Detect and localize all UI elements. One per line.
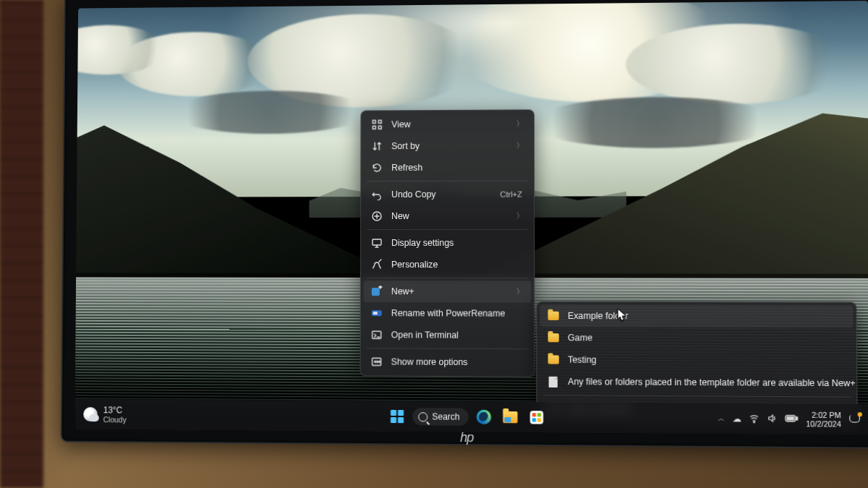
svg-rect-3 (378, 126, 381, 129)
terminal-icon (371, 329, 383, 341)
svg-point-14 (754, 421, 755, 422)
submenu-item-label: Any files or folders placed in the templ… (568, 377, 856, 388)
taskbar-app-explorer[interactable] (499, 406, 521, 429)
folder-icon (547, 332, 558, 343)
menu-separator (543, 395, 851, 398)
system-tray[interactable]: ︿ ☁ (718, 412, 799, 425)
windows-logo-icon (391, 410, 404, 423)
sort-icon (371, 140, 383, 152)
edge-icon (477, 410, 491, 424)
file-icon (548, 376, 559, 388)
clock-date: 10/2/2024 (806, 419, 841, 429)
onedrive-icon[interactable]: ☁ (733, 414, 741, 424)
menu-item-label: New+ (391, 286, 508, 296)
wifi-icon[interactable] (749, 413, 760, 425)
menu-separator (367, 181, 528, 182)
view-grid-icon (371, 119, 383, 130)
menu-separator (367, 229, 528, 230)
laptop: BANG & OLU (17, 0, 868, 488)
submenu-item-label: Example folder (568, 311, 846, 322)
weather-condition: Cloudy (103, 415, 127, 424)
taskbar-search[interactable]: Search (412, 408, 469, 426)
battery-icon[interactable] (785, 414, 799, 424)
taskbar-clock[interactable]: 2:02 PM 10/2/2024 (806, 411, 841, 429)
svg-point-12 (377, 361, 378, 362)
personalize-icon (371, 259, 383, 270)
svg-rect-16 (796, 416, 798, 419)
file-explorer-icon (503, 411, 517, 423)
menu-item-powerrename[interactable]: Rename with PowerRename (364, 302, 531, 325)
svg-rect-6 (372, 288, 380, 296)
menu-item-new[interactable]: New 〉 (364, 205, 531, 227)
submenu-item-label: Game (568, 333, 846, 344)
search-icon (418, 412, 427, 421)
hp-logo: hp (460, 430, 473, 445)
start-button[interactable] (386, 406, 408, 427)
menu-item-refresh[interactable]: Refresh (364, 156, 531, 179)
tray-chevron-icon[interactable]: ︿ (718, 414, 725, 424)
svg-rect-2 (373, 126, 375, 129)
powerrename-icon (371, 307, 383, 319)
folder-icon (548, 354, 559, 365)
svg-rect-5 (373, 239, 381, 245)
menu-item-show-more-options[interactable]: Show more options (364, 351, 532, 373)
submenu-item-game[interactable]: Game (540, 327, 853, 350)
submenu-item-testing[interactable]: Testing (540, 348, 854, 372)
taskbar-center: Search (386, 406, 548, 429)
menu-separator (367, 278, 528, 278)
svg-rect-1 (378, 120, 381, 123)
svg-point-11 (375, 361, 376, 362)
search-label: Search (432, 411, 459, 421)
svg-point-13 (379, 361, 380, 362)
weather-temp: 13°C (103, 405, 127, 415)
menu-item-label: Show more options (391, 356, 524, 367)
menu-item-undo-copy[interactable]: Undo Copy Ctrl+Z (364, 184, 531, 205)
chevron-right-icon: 〉 (516, 119, 524, 129)
folder-icon (547, 310, 558, 322)
undo-icon (371, 189, 383, 200)
menu-item-open-terminal[interactable]: Open in Terminal (364, 324, 532, 346)
microsoft-store-icon (530, 411, 543, 424)
menu-item-label: Personalize (391, 260, 524, 270)
taskbar-right: ︿ ☁ 2:02 PM 10/2/2024 (718, 410, 868, 429)
chevron-right-icon: 〉 (516, 211, 524, 221)
chevron-right-icon: 〉 (516, 286, 524, 296)
submenu-item-label: Testing (568, 355, 846, 367)
menu-item-view[interactable]: View 〉 (364, 113, 531, 135)
taskbar-weather-widget[interactable]: 13°C Cloudy (75, 405, 126, 424)
display-icon (371, 237, 383, 249)
svg-rect-17 (787, 416, 793, 419)
new-icon (371, 210, 383, 222)
volume-icon[interactable] (767, 413, 778, 425)
laptop-bezel: BANG & OLU (61, 0, 868, 449)
menu-item-sort-by[interactable]: Sort by 〉 (364, 134, 531, 157)
menu-item-label: Open in Terminal (391, 330, 524, 341)
menu-item-label: Sort by (391, 141, 507, 152)
taskbar-app-store[interactable] (526, 406, 548, 429)
submenu-item-template-note[interactable]: Any files or folders placed in the templ… (540, 371, 854, 395)
weather-icon (83, 407, 98, 421)
notifications-button[interactable] (848, 414, 861, 426)
menu-item-label: Refresh (391, 163, 524, 174)
newplus-icon (371, 286, 383, 297)
chevron-right-icon: 〉 (516, 140, 524, 150)
more-icon (371, 356, 383, 367)
desktop-context-menu: View 〉 Sort by 〉 Refresh Undo Copy Ctrl+… (360, 109, 535, 377)
menu-item-display-settings[interactable]: Display settings (364, 232, 531, 254)
menu-item-label: Display settings (391, 238, 524, 248)
taskbar-app-edge[interactable] (473, 406, 495, 429)
menu-item-personalize[interactable]: Personalize (364, 254, 531, 275)
svg-rect-8 (373, 312, 378, 314)
refresh-icon (371, 162, 383, 174)
clock-time: 2:02 PM (812, 411, 841, 420)
menu-item-new-plus[interactable]: New+ 〉 (364, 281, 531, 303)
menu-shortcut: Ctrl+Z (500, 190, 524, 199)
notification-badge (858, 412, 862, 416)
menu-item-label: Rename with PowerRename (391, 308, 524, 319)
menu-item-label: New (391, 211, 508, 221)
menu-item-label: View (391, 119, 507, 130)
menu-item-label: Undo Copy (391, 189, 491, 200)
submenu-item-example-folder[interactable]: Example folder (540, 305, 853, 328)
screen[interactable]: View 〉 Sort by 〉 Refresh Undo Copy Ctrl+… (75, 1, 868, 435)
weather-text: 13°C Cloudy (103, 405, 127, 424)
